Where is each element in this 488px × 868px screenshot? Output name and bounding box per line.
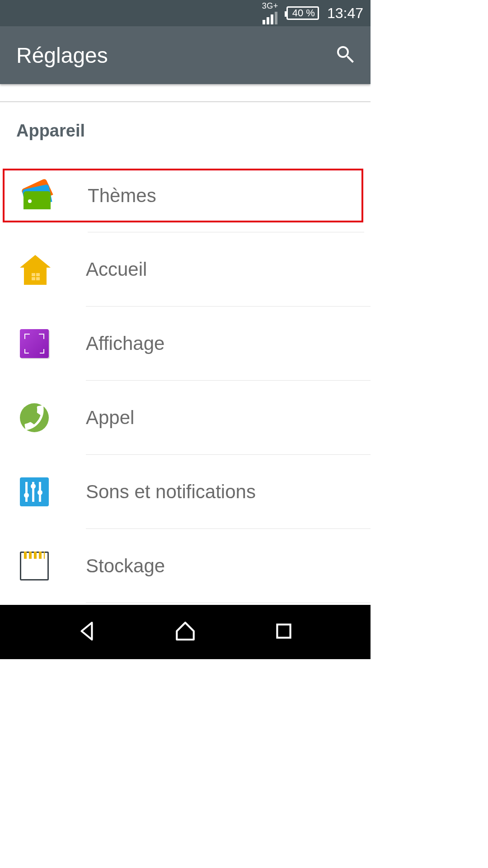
settings-item-label: Stockage: [86, 555, 165, 577]
network-type-label: 3G+: [262, 2, 278, 10]
settings-item-label: Affichage: [86, 333, 164, 354]
settings-list: Thèmes Accueil Affichage: [0, 168, 371, 603]
divider: [86, 603, 371, 603]
nav-recent-button[interactable]: [272, 620, 295, 644]
search-icon: [334, 43, 356, 65]
nav-home-button[interactable]: [174, 620, 197, 644]
settings-item-label: Appel: [86, 407, 134, 429]
battery-indicator: 40 %: [286, 6, 319, 20]
settings-item-label: Sons et notifications: [86, 481, 256, 503]
battery-text: 40 %: [292, 7, 315, 19]
equalizer-icon: [20, 477, 49, 506]
sd-card-icon: [20, 552, 49, 580]
section-heading-device: Appareil: [0, 102, 371, 145]
home-outline-icon: [174, 620, 197, 642]
settings-item-themes[interactable]: Thèmes: [2, 168, 364, 223]
status-bar: 3G+ 40 % 13:47: [0, 0, 371, 26]
page-title: Réglages: [16, 43, 108, 68]
navigation-bar: [0, 605, 371, 659]
back-icon: [76, 620, 99, 642]
top-spacer: [0, 84, 371, 102]
search-button[interactable]: [334, 43, 356, 67]
network-signal-indicator: 3G+: [262, 2, 278, 24]
settings-item-sounds[interactable]: Sons et notifications: [0, 455, 371, 529]
clock: 13:47: [327, 5, 363, 22]
settings-item-call[interactable]: Appel: [0, 381, 371, 455]
settings-item-storage[interactable]: Stockage: [0, 529, 371, 603]
svg-rect-0: [277, 624, 290, 637]
phone-icon: [20, 403, 49, 432]
app-bar: Réglages: [0, 26, 371, 84]
settings-item-display[interactable]: Affichage: [0, 307, 371, 381]
settings-item-label: Accueil: [86, 259, 147, 280]
home-icon: [20, 255, 49, 284]
square-icon: [272, 620, 295, 642]
nav-back-button[interactable]: [76, 620, 99, 644]
signal-bars-icon: [263, 11, 277, 24]
settings-item-label: Thèmes: [88, 185, 156, 207]
themes-icon: [22, 181, 51, 210]
settings-item-home[interactable]: Accueil: [0, 232, 371, 307]
display-icon: [20, 329, 49, 358]
